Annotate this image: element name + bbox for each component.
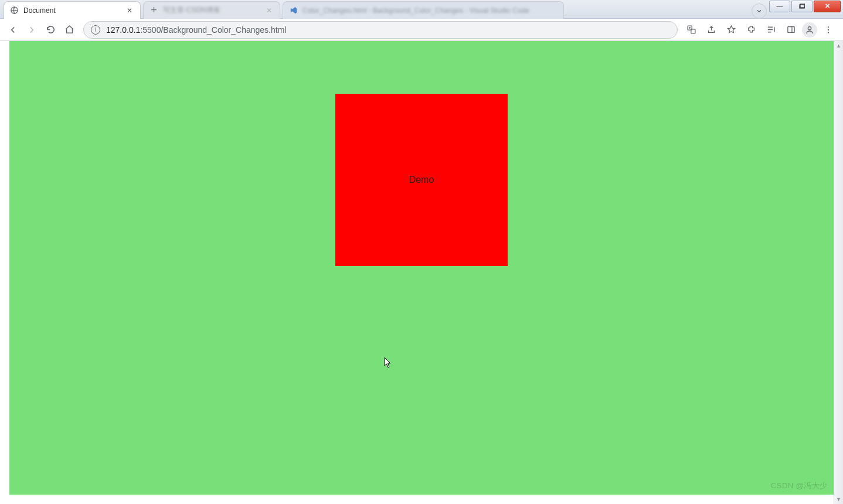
page-body[interactable]: Demo CSDN @冯大少 (9, 41, 834, 495)
svg-point-10 (828, 32, 829, 33)
reload-button[interactable] (41, 21, 60, 39)
watermark-text: CSDN @冯大少 (771, 481, 828, 491)
os-titlebar: — ✕ Document ✕ + 写文章-CSDN博客 ✕ Color_Chan… (0, 0, 843, 19)
browser-toolbar: i 127.0.0.1:5500/Background_Color_Change… (0, 19, 843, 41)
window-minimize-button[interactable]: — (769, 1, 790, 12)
home-button[interactable] (60, 21, 79, 39)
extensions-icon[interactable] (742, 21, 760, 39)
cursor-icon (385, 357, 392, 368)
translate-icon[interactable] (682, 21, 700, 39)
tab-title: 写文章-CSDN博客 (163, 5, 264, 15)
url-text: 127.0.0.1:5500/Background_Color_Changes.… (106, 25, 286, 35)
tab-document[interactable]: Document ✕ (4, 1, 141, 19)
tab-title: Color_Changes.html - Background_Color_Ch… (302, 6, 558, 15)
svg-point-9 (828, 29, 829, 30)
vscode-icon (289, 6, 298, 15)
address-bar[interactable]: i 127.0.0.1:5500/Background_Color_Change… (83, 21, 678, 39)
scroll-up-icon[interactable]: ▲ (836, 41, 841, 50)
close-tab-icon[interactable]: ✕ (125, 6, 134, 15)
svg-point-7 (808, 26, 811, 29)
demo-box-label: Demo (409, 175, 434, 185)
tab-strip: Document ✕ + 写文章-CSDN博客 ✕ Color_Changes.… (4, 1, 566, 19)
forward-button[interactable] (22, 21, 41, 39)
demo-box[interactable]: Demo (335, 94, 508, 266)
profile-avatar[interactable] (802, 22, 817, 38)
svg-rect-5 (787, 27, 794, 33)
plus-icon: + (149, 6, 158, 15)
back-button[interactable] (4, 21, 22, 39)
tab-vscode[interactable]: Color_Changes.html - Background_Color_Ch… (283, 1, 564, 19)
scroll-down-icon[interactable]: ▼ (836, 495, 841, 504)
vertical-scrollbar[interactable]: ▲ ▼ (834, 41, 843, 504)
reading-list-icon[interactable] (762, 21, 780, 39)
window-close-button[interactable]: ✕ (814, 1, 841, 12)
site-info-icon[interactable]: i (91, 25, 100, 35)
window-maximize-button[interactable] (791, 1, 813, 12)
sidepanel-icon[interactable] (782, 21, 800, 39)
svg-point-8 (828, 26, 829, 28)
toolbar-right (682, 21, 839, 39)
bookmark-star-icon[interactable] (722, 21, 740, 39)
tab-csdn[interactable]: + 写文章-CSDN博客 ✕ (143, 1, 280, 19)
globe-icon (10, 6, 19, 15)
share-icon[interactable] (702, 21, 720, 39)
page-viewport: Demo CSDN @冯大少 (0, 41, 843, 504)
tab-title: Document (23, 6, 125, 15)
close-tab-icon[interactable]: ✕ (264, 6, 274, 15)
search-tabs-button[interactable] (752, 4, 767, 19)
kebab-menu-icon[interactable] (820, 21, 837, 39)
